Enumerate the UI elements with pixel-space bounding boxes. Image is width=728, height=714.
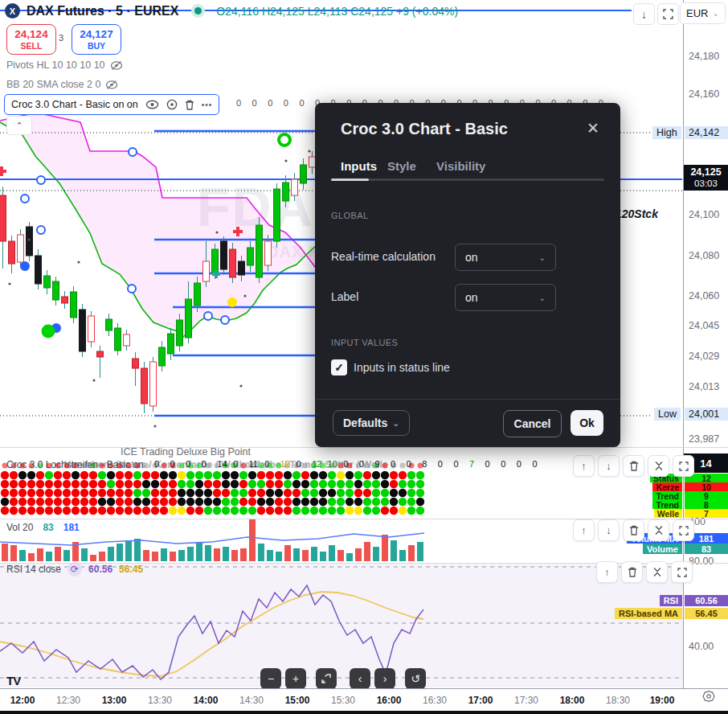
chevron-down-icon: ⌄ (539, 253, 546, 262)
up-pane-button[interactable]: ↑ (573, 519, 595, 541)
pane2-value-label: 0 (359, 459, 364, 469)
merge-pane-button[interactable] (648, 455, 669, 477)
volume-row-value: 83 (685, 544, 728, 554)
max-pane-button[interactable] (671, 561, 693, 583)
tradingview-logo[interactable]: TV (6, 674, 20, 687)
legend-row-pivots[interactable]: Pivots HL 10 10 10 10 (6, 60, 123, 71)
time-axis-label: 12:00 (10, 695, 35, 706)
time-axis-label: 18:30 (606, 695, 630, 706)
buy-label: BUY (88, 41, 105, 51)
sell-button[interactable]: 24,124 SELL (6, 24, 56, 55)
eye-off-icon[interactable] (105, 80, 118, 90)
rsi-axis-label-bottom: 40.00 (689, 641, 714, 652)
price-axis-label: 24,045 (689, 320, 719, 331)
tab-visibility[interactable]: Visibility (436, 159, 485, 173)
tab-style[interactable]: Style (387, 159, 416, 173)
rsi-row-value: 60.56 (685, 595, 728, 606)
realtime-calc-select[interactable]: on ⌄ (455, 244, 556, 271)
defaults-label: Defaults (343, 416, 387, 429)
trading-app-window: FDAX1! DAX Futures · 5 ICE Trading Delux… (0, 0, 728, 714)
realtime-calc-label: Real-time calculation (331, 250, 436, 263)
check-icon: ✓ (334, 361, 344, 374)
pane4-title-row[interactable]: RSI 14 close ⟳ 60.56 56.45 (6, 562, 143, 577)
max-pane-button[interactable] (673, 519, 694, 541)
high-price-tag: High 24,142 (652, 126, 681, 139)
bar-value-label: 0 (236, 98, 241, 108)
pane2-value-label: 0 (343, 459, 348, 469)
trash-pane-button[interactable] (623, 519, 644, 541)
defaults-dropdown-button[interactable]: Defaults ⌄ (333, 410, 410, 436)
merge-pane-button[interactable] (648, 519, 669, 541)
tab-inputs[interactable]: Inputs (341, 159, 377, 173)
inputs-status-line-checkbox[interactable]: ✓ (331, 359, 347, 375)
order-quantity[interactable]: 3 (59, 33, 63, 43)
low-value: 24,001 (685, 408, 728, 421)
refresh-icon[interactable]: ⟳ (67, 562, 82, 577)
symbol-title[interactable]: DAX Futures · 5 · EUREX (27, 4, 178, 18)
pane2-row-value: 10 (685, 482, 728, 491)
collapse-legend-button[interactable]: ⌃ (6, 116, 32, 135)
cancel-button[interactable]: Cancel (503, 410, 562, 437)
pane2-value-label: 0 (453, 459, 458, 469)
chevron-up-icon: ⌃ (15, 121, 22, 131)
tab-active-indicator (331, 178, 369, 181)
bb-legend-label: BB 20 SMA close 2 0 (6, 79, 100, 90)
last-price-value: 24,125 (690, 166, 721, 178)
buy-button[interactable]: 24,127 BUY (72, 24, 121, 55)
ok-label: Ok (579, 416, 595, 429)
symbol-logo-icon[interactable]: X (5, 3, 20, 18)
time-axis-label: 18:00 (560, 695, 585, 706)
pane2-value-label: 14 (217, 459, 227, 469)
rsi-value: 60.56 (88, 564, 112, 575)
currency-dropdown[interactable]: EUR ⌄ (680, 2, 726, 24)
pane2-value-label: 0 (407, 459, 411, 469)
pane2-value-label: 7 (469, 459, 474, 469)
inputs-status-line-label: Inputs in status line (354, 361, 450, 374)
maximize-chart-button[interactable] (316, 668, 337, 689)
pane2-value-label: 0 (485, 459, 490, 469)
down-pane-button[interactable]: ↓ (598, 519, 620, 541)
price-axis-label: 24,013 (689, 381, 719, 392)
trash-pane-button[interactable] (621, 561, 643, 583)
zoom-in-button[interactable]: + (285, 668, 306, 689)
pane-divider[interactable] (0, 447, 728, 448)
scroll-to-recent-button[interactable]: ↓ (633, 3, 655, 25)
scroll-right-button[interactable]: › (374, 668, 395, 689)
up-pane-button[interactable]: ↑ (573, 455, 595, 477)
scroll-left-button[interactable]: ‹ (350, 668, 370, 689)
merge-pane-button[interactable] (646, 561, 668, 583)
high-label: High (652, 126, 681, 139)
pane2-value-label: 0 (501, 459, 505, 469)
sell-label: SELL (21, 41, 43, 51)
pane3-title-row[interactable]: Vol 20 83 181 (6, 522, 80, 533)
fullscreen-button[interactable] (657, 3, 679, 25)
market-status-icon[interactable] (194, 7, 202, 14)
time-axis[interactable]: 12:0012:3013:0013:3014:0014:3015:0015:30… (0, 688, 728, 712)
gear-icon (702, 690, 715, 703)
dialog-footer-divider (315, 399, 620, 400)
reset-chart-button[interactable]: ↺ (405, 668, 426, 689)
label-setting-select[interactable]: on ⌄ (455, 284, 556, 311)
trash-pane-button[interactable] (623, 455, 644, 477)
window-bottom-edge (0, 711, 728, 714)
eye-off-icon[interactable] (110, 60, 123, 71)
pane2-row-label: Trend (652, 491, 682, 500)
zoom-out-button[interactable]: − (260, 668, 281, 689)
label-setting-label: Label (331, 290, 358, 303)
buy-price: 24,127 (80, 28, 112, 41)
axis-settings-button[interactable] (702, 690, 715, 706)
pane2-value-label: 11 (249, 459, 258, 469)
time-axis-label: 14:00 (194, 695, 219, 706)
dialog-close-button[interactable]: ✕ (587, 119, 599, 137)
time-axis-label: 13:30 (148, 695, 172, 706)
cancel-label: Cancel (514, 417, 551, 430)
legend-row-bb[interactable]: BB 20 SMA close 2 0 (6, 79, 118, 90)
down-pane-button[interactable]: ↓ (598, 455, 620, 477)
max-pane-button[interactable] (673, 455, 694, 477)
ok-button[interactable]: Ok (571, 410, 603, 436)
time-axis-label: 16:30 (423, 695, 447, 706)
price-axis-label: 24,100 (689, 209, 719, 220)
low-label: Low (654, 408, 681, 421)
up-pane-button[interactable]: ↑ (596, 561, 618, 583)
time-axis-label: 15:30 (331, 695, 355, 706)
